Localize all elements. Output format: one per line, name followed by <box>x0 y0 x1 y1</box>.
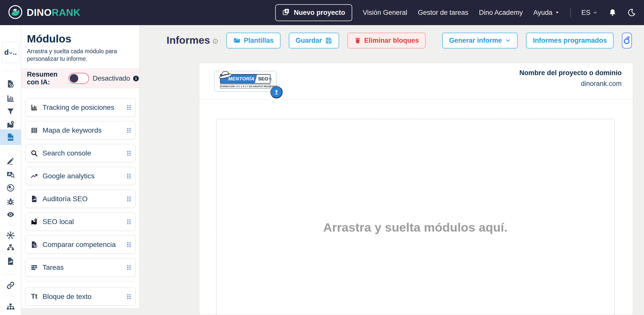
module-label: Tracking de posiciones <box>43 103 114 112</box>
visibility-eye-icon[interactable] <box>0 210 21 219</box>
map-icon <box>30 127 38 134</box>
info-icon[interactable] <box>133 75 139 82</box>
info-icon[interactable] <box>212 35 218 47</box>
help-menu[interactable]: Ayuda <box>533 9 560 17</box>
dark-mode-moon-icon[interactable] <box>627 8 636 17</box>
module-card-tracking[interactable]: Tracking de posiciones <box>25 98 136 117</box>
drag-handle-icon[interactable] <box>127 196 131 202</box>
upload-logo-button[interactable] <box>270 86 283 98</box>
modules-list-divider <box>26 281 135 281</box>
rail-divider <box>3 150 18 150</box>
svg-text:PDF: PDF <box>8 137 13 140</box>
module-label: Search console <box>43 149 91 157</box>
nav-link-dino-academy[interactable]: Dino Academy <box>479 9 523 17</box>
internal-linking-icon[interactable] <box>0 231 21 240</box>
site-architecture-icon[interactable] <box>0 303 21 312</box>
ai-summary-state: Desactivado <box>93 75 130 82</box>
accessibility-widget-button[interactable] <box>622 33 632 48</box>
magnifier-icon <box>30 149 38 157</box>
module-label: Mapa de keywords <box>43 126 102 134</box>
ai-summary-toggle[interactable] <box>68 73 89 84</box>
site-structure-icon[interactable] <box>0 243 21 252</box>
module-label: Bloque de texto <box>43 293 92 301</box>
keyword-filter-icon[interactable] <box>0 107 21 116</box>
project-name-label: Nombre del proyecto o dominio <box>519 69 622 77</box>
module-card-bloque-de-texto[interactable]: Tt Bloque de texto <box>25 287 136 306</box>
dropzone-hint: Arrastra y suelta módulos aquí. <box>217 220 614 234</box>
report-canvas-area: MENTORÍA SEO FORMACIÓN SEO 1 A 1 Y EN GR… <box>140 52 644 315</box>
pdf-reports-icon[interactable]: PDF <box>0 133 21 141</box>
navbar-divider <box>570 8 571 17</box>
modules-panel-title: Módulos <box>27 33 139 45</box>
new-project-button[interactable]: Nuevo proyecto <box>275 4 352 21</box>
module-card-comparar-competencia[interactable]: Comparar competencia <box>25 235 136 254</box>
top-navbar: DINORANK Nuevo proyecto Visión General G… <box>0 0 644 25</box>
performance-report-icon[interactable] <box>0 257 21 266</box>
report-header: MENTORÍA SEO FORMACIÓN SEO 1 A 1 Y EN GR… <box>199 63 633 99</box>
floppy-save-icon <box>325 37 332 44</box>
modules-dropzone[interactable]: Arrastra y suelta módulos aquí. <box>216 119 615 315</box>
document-chart-icon <box>30 195 38 203</box>
save-button[interactable]: Guardar <box>289 33 339 48</box>
dinorank-app: DINORANK Nuevo proyecto Visión General G… <box>0 0 644 315</box>
copy-plus-icon <box>282 8 290 17</box>
notifications-bell-icon[interactable] <box>608 8 617 17</box>
keyword-map-icon[interactable] <box>0 120 21 129</box>
crawler-bug-icon[interactable] <box>0 197 21 206</box>
drag-handle-icon[interactable] <box>127 127 131 134</box>
rank-tracking-icon[interactable] <box>0 94 21 103</box>
text-block-icon: Tt <box>30 293 38 300</box>
document-eye-icon <box>30 241 38 248</box>
rail-divider <box>3 71 18 71</box>
module-label: Comparar competencia <box>43 241 116 249</box>
module-card-seo-local[interactable]: SEO local <box>25 213 136 231</box>
nav-link-gestor-tareas[interactable]: Gestor de tareas <box>418 9 468 17</box>
report-logo-dropzone[interactable]: MENTORÍA SEO FORMACIÓN SEO 1 A 1 Y EN GR… <box>214 71 276 92</box>
module-label: Google analytics <box>43 172 95 180</box>
module-card-tareas[interactable]: Tareas <box>25 258 136 277</box>
logo-word-seo: SEO <box>257 75 274 83</box>
nav-link-vision-general[interactable]: Visión General <box>363 9 407 17</box>
rail-divider <box>3 225 18 226</box>
content-audit-icon[interactable] <box>0 80 21 88</box>
drag-handle-icon[interactable] <box>127 150 131 156</box>
page-title: Informes <box>167 34 218 47</box>
module-card-auditoria-seo[interactable]: Auditoría SEO <box>25 190 136 208</box>
trend-line-icon <box>30 172 38 180</box>
templates-button[interactable]: Plantillas <box>226 33 280 48</box>
project-name-block: Nombre del proyecto o dominio dinorank.c… <box>519 69 622 88</box>
text-optimization-icon[interactable] <box>0 170 21 179</box>
language-selector[interactable]: ES <box>581 9 598 17</box>
generate-report-button[interactable]: Generar informe <box>442 33 518 48</box>
drag-handle-icon[interactable] <box>127 173 131 179</box>
scheduled-reports-button[interactable]: Informes programados <box>526 33 614 48</box>
ai-summary-label: Resumen con IA: <box>27 71 65 86</box>
trash-icon <box>354 37 361 44</box>
task-list-icon <box>30 264 38 271</box>
mentoria-seo-logo: MENTORÍA SEO FORMACIÓN SEO 1 A 1 Y EN GR… <box>220 74 270 88</box>
rail-divider <box>3 296 18 296</box>
logo-tagline: FORMACIÓN SEO 1 A 1 Y EN GRUPOS REDUCIDO… <box>220 84 270 88</box>
magnifier-icon <box>269 77 272 81</box>
drag-handle-icon[interactable] <box>127 219 131 225</box>
module-card-google-analytics[interactable]: Google analytics <box>25 167 136 185</box>
cannibalization-icon[interactable] <box>0 184 21 192</box>
map-pin-icon <box>30 218 38 226</box>
module-card-search-console[interactable]: Search console <box>25 144 136 162</box>
drag-handle-icon[interactable] <box>127 264 131 271</box>
chevron-down-icon <box>505 37 511 43</box>
drag-handle-icon[interactable] <box>127 293 131 300</box>
report-page: MENTORÍA SEO FORMACIÓN SEO 1 A 1 Y EN GR… <box>199 63 633 315</box>
module-card-keyword-map[interactable]: Mapa de keywords <box>25 121 136 139</box>
modules-panel-subtitle: Arrastra y suelta cada módulo para perso… <box>27 47 133 63</box>
delete-blocks-button[interactable]: Eliminar bloques <box>347 33 426 48</box>
navbar-menu: Nuevo proyecto Visión General Gestor de … <box>275 4 636 21</box>
content-editor-pencil-icon[interactable] <box>0 157 21 165</box>
brand-logo[interactable]: DINORANK <box>8 5 80 20</box>
drag-handle-icon[interactable] <box>127 241 131 248</box>
project-switcher-badge[interactable]: d .. <box>2 42 19 63</box>
project-domain: dinorank.com <box>519 80 622 88</box>
drag-handle-icon[interactable] <box>127 104 131 111</box>
modules-panel: Módulos Arrastra y suelta cada módulo pa… <box>21 25 140 308</box>
backlinks-icon[interactable] <box>0 281 21 290</box>
